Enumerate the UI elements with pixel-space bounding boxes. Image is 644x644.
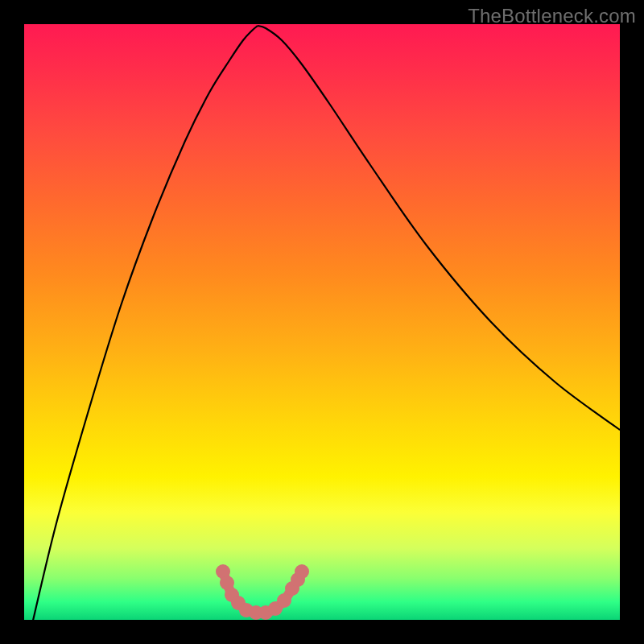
chart-frame: TheBottleneck.com <box>0 0 644 644</box>
plot-area <box>24 24 620 620</box>
right-curve <box>258 26 620 430</box>
left-curve <box>32 26 258 624</box>
marker-dot <box>277 593 291 608</box>
marker-dot <box>295 564 309 579</box>
watermark-text: TheBottleneck.com <box>468 5 636 27</box>
bottom-markers <box>216 564 309 620</box>
chart-svg <box>24 24 620 620</box>
